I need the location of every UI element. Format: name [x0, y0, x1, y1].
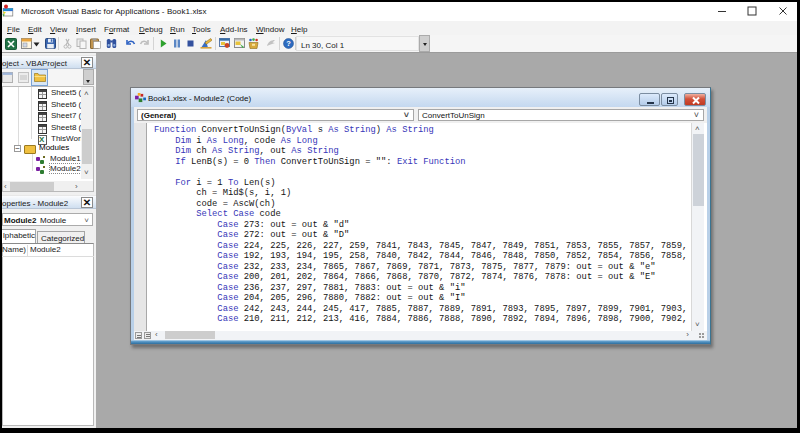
svg-text:?: ? — [286, 39, 291, 48]
